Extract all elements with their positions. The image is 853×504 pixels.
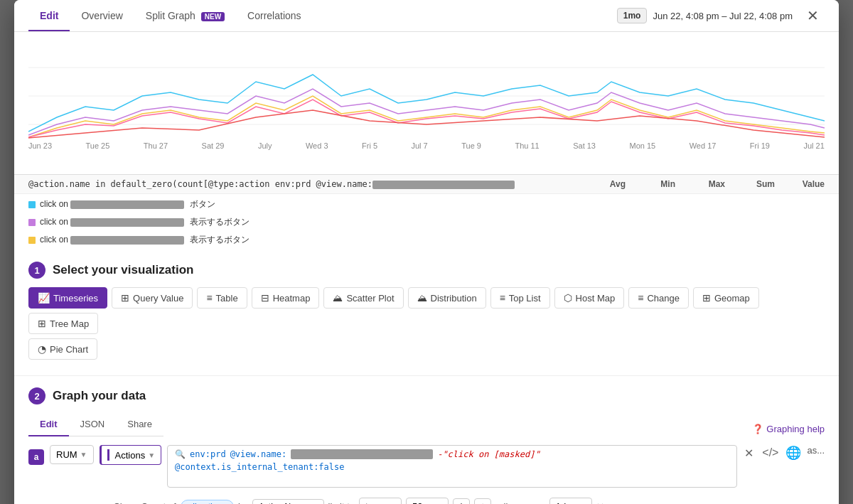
data-tab-json[interactable]: JSON: [69, 413, 117, 436]
section-graph-data: 2 Graph your data Edit JSON Share ❓ Grap…: [14, 375, 839, 504]
source-select[interactable]: RUM ▼: [50, 445, 94, 464]
legend-masked-2: [70, 236, 184, 245]
legend-name-2: click on 表示するボタン: [40, 234, 825, 246]
tab-overview[interactable]: Overview: [70, 0, 134, 31]
heatmap-icon: ⊟: [261, 292, 269, 304]
top-list-icon: ≡: [500, 292, 505, 304]
chart-area: Jun 23 Tue 25 Thu 27 Sat 29 July Wed 3 F…: [14, 32, 839, 174]
chart-visualization: [28, 39, 825, 139]
help-icon: ❓: [752, 424, 763, 434]
pie-chart-icon: ◔: [38, 343, 46, 355]
group-by-x[interactable]: ✕: [311, 502, 318, 505]
metric-tag[interactable]: all actions: [181, 500, 234, 505]
viz-btn-query-value[interactable]: ⊞ Query Value: [112, 287, 193, 309]
time-range-text: Jun 22, 4:08 pm – Jul 22, 4:08 pm: [653, 11, 793, 21]
count-of-label: Count of: [141, 501, 176, 504]
scatter-icon: ⛰: [333, 292, 343, 304]
query-row: a RUM ▼ Actions ▼ 🔍 env:prd @view.name:: [28, 445, 825, 488]
legend-color-2: [28, 237, 36, 244]
data-tabs-row: Edit JSON Share ❓ Graphing help: [28, 413, 825, 445]
source-chevron: ▼: [80, 451, 87, 459]
by-label: by: [238, 501, 248, 504]
change-icon: ≡: [638, 292, 643, 304]
time-range: 1mo Jun 22, 4:08 pm – Jul 22, 4:08 pm: [617, 8, 793, 23]
globe-icon: 🌐: [785, 445, 801, 461]
viz-btn-geomap[interactable]: ⊞ Geomap: [693, 287, 759, 309]
rollup-x-button[interactable]: ✕: [596, 501, 604, 504]
close-button[interactable]: ✕: [801, 4, 825, 27]
modal: Edit Overview Split Graph NEW Correlatio…: [14, 0, 839, 504]
timeseries-icon: 📈: [38, 292, 50, 304]
every-label: every: [522, 501, 545, 504]
viz-btn-scatter[interactable]: ⛰ Scatter Plot: [323, 287, 403, 309]
tree-map-icon: ⊞: [38, 318, 46, 329]
filter-excluded: -"click on [masked]": [437, 449, 540, 459]
as-label: as...: [807, 445, 825, 456]
filter-viewname: @view.name:: [230, 449, 286, 459]
section-visualization: 1 Select your visualization 📈 Timeseries…: [14, 250, 839, 375]
filter-env: env:prd: [190, 449, 226, 459]
viz-btn-pie-chart[interactable]: ◔ Pie Chart: [28, 338, 97, 360]
add-filter-button[interactable]: +: [474, 498, 491, 505]
tab-correlations[interactable]: Correlations: [236, 0, 312, 31]
metric-select[interactable]: Actions ▼: [100, 445, 162, 465]
clear-filter-button[interactable]: ✕: [743, 445, 755, 461]
filter-box[interactable]: 🔍 env:prd @view.name: -"click on [masked…: [167, 445, 737, 488]
data-tab-share[interactable]: Share: [116, 413, 163, 436]
viz-btn-top-list[interactable]: ≡ Top List: [490, 287, 550, 309]
legend-rows: click on ボタン click on 表示するボタン click on: [14, 194, 839, 250]
legend-row-1: click on 表示するボタン: [14, 213, 839, 231]
viz-btn-timeseries-label: Timeseries: [53, 293, 98, 304]
viz-btn-table[interactable]: ≡ Table: [197, 287, 247, 309]
viz-btn-table-label: Table: [216, 293, 238, 304]
legend-masked-1: [70, 218, 184, 227]
tab-edit[interactable]: Edit: [28, 0, 70, 31]
filter-masked-value: [291, 449, 433, 459]
viz-buttons-row2: ◔ Pie Chart: [28, 338, 825, 360]
chart-x-labels: Jun 23 Tue 25 Thu 27 Sat 29 July Wed 3 F…: [28, 139, 825, 153]
legend-color-1: [28, 219, 36, 226]
host-map-icon: ⬡: [564, 292, 572, 304]
filter-line1: 🔍 env:prd @view.name: -"click on [masked…: [175, 449, 729, 459]
viz-btn-distribution-label: Distribution: [431, 293, 477, 304]
viz-btn-geomap-label: Geomap: [714, 293, 750, 304]
tab-badge-new: NEW: [201, 12, 225, 21]
section2-header: 2 Graph your data: [28, 387, 825, 404]
limit-menu-button[interactable]: ⋮: [453, 498, 470, 505]
viz-btn-host-map-label: Host Map: [576, 293, 616, 304]
table-icon: ≡: [206, 292, 212, 304]
metric-label: Actions: [115, 450, 146, 461]
section2-number: 2: [28, 387, 45, 404]
section1-number: 1: [28, 262, 45, 279]
metric-chevron: ▼: [148, 451, 155, 459]
legend-masked-query: [372, 181, 515, 189]
modal-header: Edit Overview Split Graph NEW Correlatio…: [14, 0, 839, 32]
viz-btn-tree-map[interactable]: ⊞ Tree Map: [28, 313, 98, 334]
search-icon: 🔍: [175, 449, 186, 459]
legend-table: @action.name in default_zero(count[@type…: [14, 174, 839, 250]
tab-split-graph[interactable]: Split Graph NEW: [134, 0, 236, 31]
viz-btn-scatter-label: Scatter Plot: [346, 293, 394, 304]
viz-btn-distribution[interactable]: ⛰ Distribution: [408, 287, 486, 309]
legend-name-1: click on 表示するボタン: [40, 216, 825, 228]
metric-indicator: [107, 449, 109, 461]
rollup-interval-input[interactable]: [549, 498, 592, 504]
filter-controls-container: Show Count of all actions by Action Name…: [114, 493, 825, 504]
limit-num-input[interactable]: [406, 498, 449, 504]
graphing-help-link[interactable]: ❓ Graphing help: [752, 424, 825, 434]
time-badge[interactable]: 1mo: [617, 8, 648, 23]
filter-line2: @context.is_internal_tenant:false: [175, 462, 729, 472]
data-tab-edit[interactable]: Edit: [28, 413, 69, 436]
viz-btn-pie-chart-label: Pie Chart: [50, 344, 88, 355]
viz-btn-heatmap[interactable]: ⊟ Heatmap: [252, 287, 320, 309]
viz-btn-host-map[interactable]: ⬡ Host Map: [554, 287, 625, 309]
query-value-icon: ⊞: [121, 292, 129, 304]
limit-dir-input[interactable]: [359, 498, 402, 504]
code-view-button[interactable]: </>: [761, 445, 780, 461]
legend-name-0: click on ボタン: [40, 198, 825, 210]
viz-btn-timeseries[interactable]: 📈 Timeseries: [28, 287, 107, 309]
legend-row-2: click on 表示するボタン: [14, 231, 839, 249]
viz-buttons: 📈 Timeseries ⊞ Query Value ≡ Table ⊟ Hea…: [28, 287, 825, 334]
viz-btn-change[interactable]: ≡ Change: [628, 287, 689, 309]
group-by-tag[interactable]: Action Name ✕: [252, 499, 324, 505]
